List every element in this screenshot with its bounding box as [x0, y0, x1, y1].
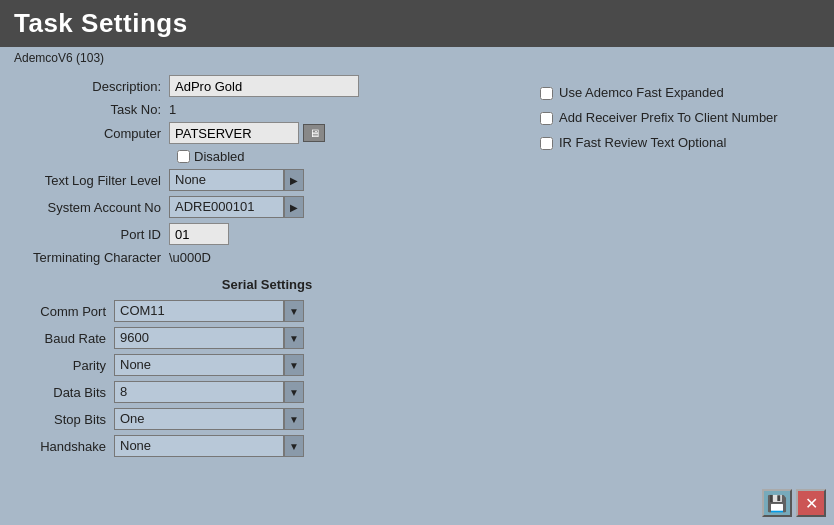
- databits-value: 8: [114, 381, 284, 403]
- save-button[interactable]: 💾: [762, 489, 792, 517]
- computer-input[interactable]: [169, 122, 299, 144]
- textlog-label: Text Log Filter Level: [14, 173, 169, 188]
- handshake-value: None: [114, 435, 284, 457]
- databits-row: Data Bits 8 ▼: [14, 381, 520, 403]
- serial-section: Serial Settings Comm Port COM11 ▼ Baud R…: [14, 277, 520, 457]
- stopbits-label: Stop Bits: [14, 412, 114, 427]
- sysaccount-value: ADRE000101: [169, 196, 284, 218]
- databits-label: Data Bits: [14, 385, 114, 400]
- parity-dropdown-group: None ▼: [114, 354, 304, 376]
- add-receiver-checkbox[interactable]: [540, 112, 553, 125]
- close-button[interactable]: ✕: [796, 489, 826, 517]
- commport-row: Comm Port COM11 ▼: [14, 300, 520, 322]
- serial-section-title: Serial Settings: [14, 277, 520, 292]
- add-receiver-label: Add Receiver Prefix To Client Number: [559, 110, 778, 125]
- termchar-value: \u000D: [169, 250, 211, 265]
- disabled-row: Disabled: [177, 149, 520, 164]
- baudrate-dropdown-group: 9600 ▼: [114, 327, 304, 349]
- description-input[interactable]: [169, 75, 359, 97]
- databits-dropdown-group: 8 ▼: [114, 381, 304, 403]
- computer-label: Computer: [14, 126, 169, 141]
- sysaccount-dropdown-arrow[interactable]: ▶: [284, 196, 304, 218]
- textlog-row: Text Log Filter Level None ▶: [14, 169, 520, 191]
- right-panel: Use Ademco Fast Expanded Add Receiver Pr…: [540, 75, 820, 462]
- taskno-label: Task No:: [14, 102, 169, 117]
- sysaccount-dropdown-group: ADRE000101 ▶: [169, 196, 304, 218]
- baudrate-value: 9600: [114, 327, 284, 349]
- commport-dropdown-arrow[interactable]: ▼: [284, 300, 304, 322]
- termchar-label: Terminating Character: [14, 250, 169, 265]
- stopbits-dropdown-arrow[interactable]: ▼: [284, 408, 304, 430]
- stopbits-value: One: [114, 408, 284, 430]
- parity-dropdown-arrow[interactable]: ▼: [284, 354, 304, 376]
- textlog-value: None: [169, 169, 284, 191]
- handshake-row: Handshake None ▼: [14, 435, 520, 457]
- use-ademco-row: Use Ademco Fast Expanded: [540, 85, 820, 100]
- commport-dropdown-group: COM11 ▼: [114, 300, 304, 322]
- baudrate-dropdown-arrow[interactable]: ▼: [284, 327, 304, 349]
- subtitle: AdemcoV6 (103): [0, 47, 834, 69]
- ir-fast-row: IR Fast Review Text Optional: [540, 135, 820, 150]
- baudrate-row: Baud Rate 9600 ▼: [14, 327, 520, 349]
- ir-fast-checkbox[interactable]: [540, 137, 553, 150]
- add-receiver-row: Add Receiver Prefix To Client Number: [540, 110, 820, 125]
- textlog-dropdown-group: None ▶: [169, 169, 304, 191]
- termchar-row: Terminating Character \u000D: [14, 250, 520, 265]
- handshake-dropdown-group: None ▼: [114, 435, 304, 457]
- computer-browse-icon[interactable]: 🖥: [303, 124, 325, 142]
- bottom-buttons: 💾 ✕: [762, 489, 826, 517]
- disabled-checkbox[interactable]: [177, 150, 190, 163]
- disabled-label: Disabled: [194, 149, 245, 164]
- left-panel: Description: Task No: 1 Computer 🖥 Disab…: [14, 75, 520, 462]
- use-ademco-checkbox[interactable]: [540, 87, 553, 100]
- commport-value: COM11: [114, 300, 284, 322]
- portid-label: Port ID: [14, 227, 169, 242]
- commport-label: Comm Port: [14, 304, 114, 319]
- page-title: Task Settings: [0, 0, 834, 47]
- portid-row: Port ID: [14, 223, 520, 245]
- computer-input-group: 🖥: [169, 122, 325, 144]
- taskno-row: Task No: 1: [14, 102, 520, 117]
- parity-row: Parity None ▼: [14, 354, 520, 376]
- handshake-label: Handshake: [14, 439, 114, 454]
- baudrate-label: Baud Rate: [14, 331, 114, 346]
- taskno-value: 1: [169, 102, 176, 117]
- sysaccount-label: System Account No: [14, 200, 169, 215]
- textlog-dropdown-arrow[interactable]: ▶: [284, 169, 304, 191]
- stopbits-dropdown-group: One ▼: [114, 408, 304, 430]
- handshake-dropdown-arrow[interactable]: ▼: [284, 435, 304, 457]
- parity-label: Parity: [14, 358, 114, 373]
- description-label: Description:: [14, 79, 169, 94]
- sysaccount-row: System Account No ADRE000101 ▶: [14, 196, 520, 218]
- description-row: Description:: [14, 75, 520, 97]
- computer-row: Computer 🖥: [14, 122, 520, 144]
- databits-dropdown-arrow[interactable]: ▼: [284, 381, 304, 403]
- stopbits-row: Stop Bits One ▼: [14, 408, 520, 430]
- use-ademco-label: Use Ademco Fast Expanded: [559, 85, 724, 100]
- portid-input[interactable]: [169, 223, 229, 245]
- parity-value: None: [114, 354, 284, 376]
- ir-fast-label: IR Fast Review Text Optional: [559, 135, 726, 150]
